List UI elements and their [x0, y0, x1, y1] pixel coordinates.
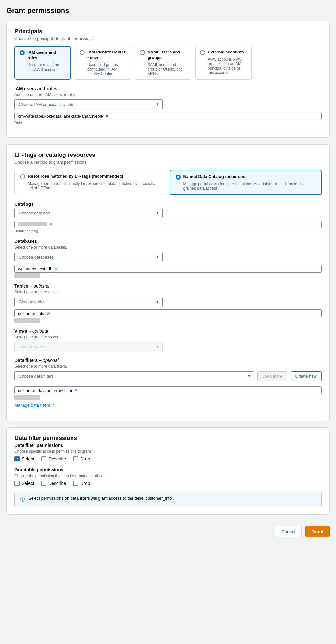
- data-filters-tag-sublabel: [14, 395, 322, 400]
- views-section: Views – optional Select one or more view…: [14, 328, 322, 352]
- lftags-card-subtitle: Choose a method to grant permissions.: [14, 160, 322, 165]
- views-select-wrapper: Choose views ▼: [14, 342, 163, 352]
- radio-option-saml[interactable]: SAML users and groups SAML users and gro…: [135, 46, 191, 80]
- views-select: Choose views: [14, 342, 163, 352]
- tables-tag-wrapper: customer_info ✕: [14, 307, 322, 323]
- data-filters-select-wrapper: Choose data filters ▼: [14, 371, 254, 381]
- permissions-sublabel: Choose specific access permissions to gr…: [14, 449, 322, 454]
- data-filter-permissions-card-title: Data filter permissions: [14, 435, 322, 441]
- permissions-label: Data filter permissions: [14, 443, 322, 448]
- footer-row: Cancel Grant: [6, 521, 330, 538]
- data-filters-tag-value: customer_data_info-row-filter: [18, 388, 72, 393]
- iam-principal-tag-remove[interactable]: ✕: [105, 114, 109, 118]
- info-text: Select permissions on data filters will …: [28, 496, 174, 501]
- tables-label: Tables – optional: [14, 283, 322, 289]
- checkbox-describe-box: [41, 456, 46, 461]
- catalogs-label: Catalogs: [14, 202, 322, 207]
- radio-option-lftags[interactable]: Resources matched by LF-Tags (recommende…: [14, 170, 166, 195]
- iam-principal-tag: cm-watanabe.koki-data-lake-data-analyst-…: [14, 112, 322, 120]
- catalogs-section: Catalogs Choose catalogs ▼ ✕ Default cat…: [14, 202, 322, 233]
- lftags-card: LF-Tags or catalog resources Choose a me…: [6, 144, 330, 421]
- principals-card-title: Principals: [14, 28, 322, 35]
- radio-label-identity-center: IAM Identity Center - new: [87, 50, 126, 61]
- grantable-sublabel: Choose the permission that can be grante…: [14, 474, 322, 478]
- grantable-checkbox-describe-label: Describe: [48, 481, 66, 486]
- catalogs-select[interactable]: Choose catalogs: [14, 208, 163, 218]
- tables-sublabel: Select one or more tables.: [14, 290, 322, 294]
- grantable-checkbox-select[interactable]: Select: [14, 481, 34, 486]
- page-title: Grant permissions: [6, 6, 330, 15]
- radio-label-named-catalog: Named Data Catalog resources: [183, 174, 245, 180]
- radio-desc-external: AWS account, AWS organization or IAM pri…: [200, 57, 247, 75]
- databases-tag-value: watanabe_test_db: [18, 266, 52, 271]
- grantable-checkbox-drop-label: Drop: [80, 481, 90, 486]
- grantable-checkbox-drop[interactable]: Drop: [73, 481, 90, 486]
- databases-section: Databases Select one or more databases. …: [14, 239, 322, 278]
- info-icon: ⓘ: [20, 496, 25, 503]
- tables-select[interactable]: Choose tables: [14, 297, 163, 307]
- tables-select-wrapper: Choose tables ▼: [14, 297, 163, 307]
- radio-option-named-catalog[interactable]: Named Data Catalog resources Manage perm…: [170, 170, 322, 195]
- iam-principals-select[interactable]: Choose IAM principals to add: [14, 99, 163, 109]
- radio-desc-identity-center: Users and groups configured in IAM Ident…: [80, 62, 126, 76]
- cancel-button[interactable]: Cancel: [275, 526, 302, 537]
- permissions-section: Data filter permissions Choose specific …: [14, 443, 322, 461]
- grantable-section: Grantable permissions Choose the permiss…: [14, 467, 322, 486]
- resource-method-radio-group: Resources matched by LF-Tags (recommende…: [14, 170, 322, 195]
- radio-option-identity-center[interactable]: IAM Identity Center - new Users and grou…: [75, 46, 131, 80]
- radio-desc-saml: SAML users and group or QuickSight ARNs.: [140, 62, 187, 76]
- grantable-checkbox-describe-box: [41, 481, 46, 486]
- radio-label-iam: IAM users and roles: [27, 50, 66, 61]
- radio-label-saml: SAML users and groups: [148, 50, 187, 61]
- data-filter-permissions-card: Data filter permissions Data filter perm…: [6, 427, 330, 515]
- radio-option-iam[interactable]: IAM users and roles Users or roles from …: [14, 46, 71, 80]
- checkbox-select-box: [14, 456, 20, 461]
- databases-sublabel: Select one or more databases.: [14, 245, 322, 250]
- data-filters-sublabel: Select one or more data filters.: [14, 364, 322, 369]
- radio-circle-named-catalog: [176, 175, 181, 180]
- catalogs-tag-value: [18, 222, 47, 226]
- grantable-checkbox-describe[interactable]: Describe: [41, 481, 66, 486]
- catalogs-tag-remove[interactable]: ✕: [49, 222, 53, 227]
- grantable-checkbox-select-label: Select: [22, 481, 34, 486]
- databases-tag-remove[interactable]: ✕: [54, 266, 58, 271]
- tables-section: Tables – optional Select one or more tab…: [14, 283, 322, 323]
- grantable-label: Grantable permissions: [14, 467, 322, 472]
- checkbox-describe-label: Describe: [48, 456, 66, 461]
- principal-type-radio-group: IAM users and roles Users or roles from …: [14, 46, 322, 80]
- load-more-button[interactable]: Load more: [257, 371, 287, 381]
- checkbox-select[interactable]: Select: [14, 456, 34, 461]
- grantable-checkbox-drop-box: [73, 481, 78, 486]
- checkbox-describe[interactable]: Describe: [41, 456, 66, 461]
- iam-users-roles-section: IAM users and roles Add one or more IAM …: [14, 86, 322, 125]
- grantable-checkbox-select-box: [14, 481, 20, 486]
- grant-button[interactable]: Grant: [305, 526, 330, 537]
- data-filters-select[interactable]: Choose data filters: [14, 371, 254, 381]
- catalogs-select-wrapper: Choose catalogs ▼: [14, 208, 163, 218]
- checkbox-drop-label: Drop: [80, 456, 90, 461]
- iam-tag-wrapper: cm-watanabe.koki-data-lake-data-analyst-…: [14, 109, 322, 125]
- tables-tag-value: customer_info: [18, 311, 44, 316]
- principals-card: Principals Choose the principals to gran…: [6, 21, 330, 138]
- radio-option-external[interactable]: External accounts AWS account, AWS organ…: [195, 46, 252, 80]
- checkbox-drop-box: [73, 456, 78, 461]
- databases-select-wrapper: Choose databases ▼: [14, 252, 163, 262]
- databases-select[interactable]: Choose databases: [14, 252, 163, 262]
- data-filters-tag: customer_data_info-row-filter ✕: [14, 386, 322, 394]
- iam-principal-tag-value: cm-watanabe.koki-data-lake-data-analyst-…: [18, 114, 103, 118]
- iam-field-label: IAM users and roles: [14, 86, 322, 91]
- external-link-icon: ↗: [52, 403, 55, 407]
- data-filters-label: Data filters – optional: [14, 358, 322, 363]
- lftags-card-title: LF-Tags or catalog resources: [14, 152, 322, 158]
- iam-principal-tag-type: Role: [14, 121, 322, 125]
- data-filters-tag-remove[interactable]: ✕: [74, 388, 78, 393]
- tables-tag: customer_info ✕: [14, 309, 322, 317]
- manage-data-filters-link[interactable]: Manage data filters ↗: [14, 403, 55, 408]
- radio-label-external: External accounts: [208, 50, 244, 55]
- tables-tag-remove[interactable]: ✕: [46, 311, 50, 316]
- catalogs-tag: ✕: [14, 221, 322, 228]
- data-filters-section: Data filters – optional Select one or mo…: [14, 358, 322, 408]
- create-new-button[interactable]: Create new: [291, 371, 322, 381]
- databases-tag-sublabel: [14, 273, 322, 278]
- checkbox-drop[interactable]: Drop: [73, 456, 90, 461]
